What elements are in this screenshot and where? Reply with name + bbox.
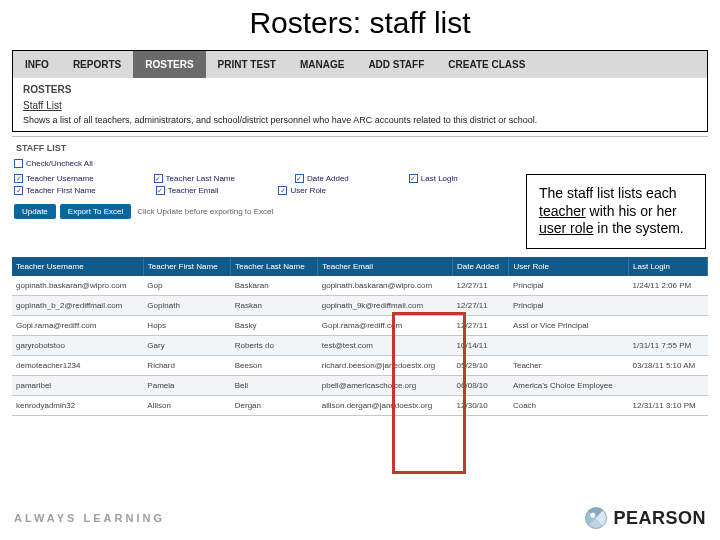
table-cell: 05/29/10 (453, 356, 509, 376)
table-cell: Gopinath (143, 296, 230, 316)
tab-reports[interactable]: REPORTS (61, 51, 133, 78)
table-cell: Gary (143, 336, 230, 356)
table-cell: Bell (231, 376, 318, 396)
table-row[interactable]: garyrobotstooGaryRoberts dotest@test.com… (12, 336, 708, 356)
table-cell: Principal (509, 296, 629, 316)
col-check-label: User Role (290, 186, 326, 195)
table-row[interactable]: demoteacher1234RichardBeesonrichard.bees… (12, 356, 708, 376)
checkbox-icon: ✓ (14, 174, 23, 183)
table-cell: 10/14/11 (453, 336, 509, 356)
table-cell: gopinath.baskaran@wipro.com (318, 276, 453, 296)
col-check-label: Teacher Username (26, 174, 94, 183)
table-cell: allison.dergan@janedoestx.org (318, 396, 453, 416)
staff-list-link[interactable]: Staff List (23, 100, 62, 111)
update-button[interactable]: Update (14, 204, 56, 219)
col-check-lastlogin[interactable]: ✓Last Login (409, 174, 458, 183)
checkbox-icon: ✓ (295, 174, 304, 183)
table-cell: 12/27/11 (453, 316, 509, 336)
th-lastlogin[interactable]: Last Login (629, 257, 708, 276)
table-row[interactable]: gopinath_b_2@rediffmail.comGopinathRaska… (12, 296, 708, 316)
rosters-subhead: ROSTERS Staff List (13, 78, 707, 115)
tab-create-class[interactable]: CREATE CLASS (436, 51, 537, 78)
checkbox-icon: ✓ (156, 186, 165, 195)
table-cell: Asst or Vice Principal (509, 316, 629, 336)
checkbox-icon: ✓ (278, 186, 287, 195)
table-cell: test@test.com (318, 336, 453, 356)
col-check-dateadded[interactable]: ✓Date Added (295, 174, 349, 183)
col-check-label: Date Added (307, 174, 349, 183)
checkbox-icon (14, 159, 23, 168)
table-cell: Gopi.rama@rediff.com (318, 316, 453, 336)
table-cell: 12/27/11 (453, 276, 509, 296)
table-cell: Teacher (509, 356, 629, 376)
table-cell: Coach (509, 396, 629, 416)
col-check-userrole[interactable]: ✓User Role (278, 186, 326, 195)
table-row[interactable]: Gopi.rama@rediff.comHopsBaskyGopi.rama@r… (12, 316, 708, 336)
table-cell: 03/18/11 5:10 AM (629, 356, 708, 376)
th-lastname[interactable]: Teacher Last Name (231, 257, 318, 276)
export-excel-button[interactable]: Export To Excel (60, 204, 131, 219)
rosters-heading: ROSTERS (23, 84, 697, 95)
tab-rosters[interactable]: ROSTERS (133, 51, 205, 78)
table-cell: Roberts do (231, 336, 318, 356)
table-cell: Gopi.rama@rediff.com (12, 316, 143, 336)
table-cell: demoteacher1234 (12, 356, 143, 376)
staff-list-title: STAFF LIST (12, 136, 708, 159)
brand-word: PEARSON (613, 508, 706, 529)
col-check-label: Teacher First Name (26, 186, 96, 195)
table-cell: Raskan (231, 296, 318, 316)
col-check-label: Teacher Email (168, 186, 219, 195)
table-cell: richard.beeson@janedoestx.org (318, 356, 453, 376)
callout-text: in the system. (593, 220, 683, 236)
col-check-lastname[interactable]: ✓Teacher Last Name (154, 174, 235, 183)
th-firstname[interactable]: Teacher First Name (143, 257, 230, 276)
footer-tagline: ALWAYS LEARNING (14, 512, 165, 524)
table-cell: Richard (143, 356, 230, 376)
tab-manage[interactable]: MANAGE (288, 51, 356, 78)
table-cell: 06/08/10 (453, 376, 509, 396)
table-cell: 12/30/10 (453, 396, 509, 416)
main-tabs: INFO REPORTS ROSTERS PRINT TEST MANAGE A… (13, 51, 707, 78)
rosters-description: Shows a list of all teachers, administra… (13, 115, 707, 131)
table-cell: gopinath.baskaran@wipro.com (12, 276, 143, 296)
table-cell: Pamela (143, 376, 230, 396)
col-check-username[interactable]: ✓Teacher Username (14, 174, 94, 183)
table-cell: Principal (509, 276, 629, 296)
table-cell: kenrodyadmin32 (12, 396, 143, 416)
table-cell: Gop (143, 276, 230, 296)
check-all-label: Check/Uncheck All (26, 159, 93, 168)
th-userrole[interactable]: User Role (509, 257, 629, 276)
staff-table: Teacher Username Teacher First Name Teac… (12, 257, 708, 416)
table-cell: Baskaran (231, 276, 318, 296)
callout-highlight-teacher: teacher (539, 203, 586, 219)
table-cell: Dergan (231, 396, 318, 416)
slide-title: Rosters: staff list (0, 0, 720, 50)
table-cell (509, 336, 629, 356)
table-row[interactable]: kenrodyadmin32AllisonDerganallison.derga… (12, 396, 708, 416)
explainer-callout: The staff list lists each teacher with h… (526, 174, 706, 249)
col-check-label: Last Login (421, 174, 458, 183)
table-cell: garyrobotstoo (12, 336, 143, 356)
table-cell: pamaribel (12, 376, 143, 396)
brand: PEARSON (585, 507, 706, 529)
table-cell: Hops (143, 316, 230, 336)
tab-print-test[interactable]: PRINT TEST (206, 51, 288, 78)
callout-text: The staff list lists each (539, 185, 676, 201)
callout-text: with his or her (586, 203, 677, 219)
th-dateadded[interactable]: Date Added (453, 257, 509, 276)
table-cell (629, 316, 708, 336)
th-email[interactable]: Teacher Email (318, 257, 453, 276)
table-cell (629, 296, 708, 316)
tab-info[interactable]: INFO (13, 51, 61, 78)
tab-add-staff[interactable]: ADD STAFF (356, 51, 436, 78)
pearson-logo-icon (585, 507, 607, 529)
callout-highlight-user-role: user role (539, 220, 593, 236)
table-row[interactable]: pamaribelPamelaBellpbell@americaschoice.… (12, 376, 708, 396)
table-cell: pbell@americaschoice.org (318, 376, 453, 396)
checkbox-icon: ✓ (154, 174, 163, 183)
col-check-firstname[interactable]: ✓Teacher First Name (14, 186, 96, 195)
table-row[interactable]: gopinath.baskaran@wipro.comGopBaskarango… (12, 276, 708, 296)
col-check-email[interactable]: ✓Teacher Email (156, 186, 219, 195)
check-all[interactable]: Check/Uncheck All (14, 159, 93, 168)
th-username[interactable]: Teacher Username (12, 257, 143, 276)
